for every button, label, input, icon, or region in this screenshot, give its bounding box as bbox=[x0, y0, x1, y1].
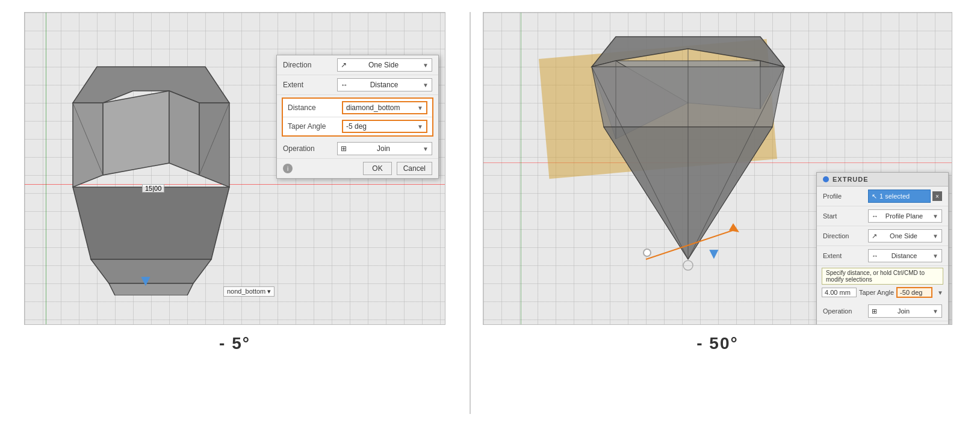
cursor-icon: ↖ bbox=[872, 193, 877, 200]
distance-text: diamond_bottom bbox=[346, 103, 400, 112]
gem-shape-left bbox=[49, 55, 253, 295]
orange-group: Distance diamond_bottom ▼ Taper Angle -5… bbox=[277, 95, 438, 139]
cancel-button-right[interactable]: Cancel bbox=[907, 324, 942, 325]
operation-row: Operation ⊞ Join ▼ bbox=[277, 139, 438, 159]
start-row-right: Start ↔ Profile Plane ▼ bbox=[817, 206, 948, 226]
direction-row: Direction ↗ One Side ▼ bbox=[277, 55, 438, 75]
operation-label-right: Operation bbox=[823, 307, 868, 315]
taper-chevron: ▼ bbox=[417, 123, 423, 130]
circle-marker bbox=[643, 248, 651, 257]
extent-row-right: Extent ↔ Distance ▼ bbox=[817, 246, 948, 266]
svg-marker-1 bbox=[73, 103, 103, 187]
taper-value[interactable]: -5 deg ▼ bbox=[342, 120, 427, 133]
operation-value-right[interactable]: ⊞ Join ▼ bbox=[868, 304, 942, 318]
operation-row-right: Operation ⊞ Join ▼ bbox=[817, 301, 948, 321]
extent-label-right: Extent bbox=[823, 252, 868, 259]
right-label: - 50° bbox=[696, 334, 738, 353]
direction-value[interactable]: ↗ One Side ▼ bbox=[337, 58, 432, 72]
extrude-header: EXTRUDE bbox=[817, 173, 948, 187]
buttons-row: i OK Cancel bbox=[277, 159, 438, 178]
operation-chevron-right: ▼ bbox=[932, 308, 938, 315]
direction-icon: ↗ bbox=[341, 61, 347, 69]
down-arrow-right: ▼ bbox=[706, 244, 722, 263]
svg-marker-2 bbox=[103, 91, 169, 175]
direction-chevron-right: ▼ bbox=[932, 233, 938, 239]
operation-text-right: Join bbox=[898, 307, 910, 315]
extent-icon: ↔ bbox=[341, 81, 348, 89]
distance-value[interactable]: diamond_bottom ▼ bbox=[342, 101, 427, 114]
direction-row-right: Direction ↗ One Side ▼ bbox=[817, 226, 948, 246]
svg-marker-5 bbox=[73, 187, 229, 259]
operation-chevron: ▼ bbox=[423, 146, 429, 152]
right-viewport: ▼ EXTRUDE Profile ↖ 1 selected × Start bbox=[483, 12, 952, 325]
info-icon: i bbox=[283, 164, 293, 173]
tooltip-section: Specify distance, or hold Ctrl/CMD to mo… bbox=[817, 266, 948, 301]
start-label: Start bbox=[823, 212, 868, 220]
down-arrow-left: ▼ bbox=[138, 271, 154, 290]
measurement-left: 15|00 bbox=[142, 184, 164, 193]
dialog-left: Direction ↗ One Side ▼ Extent ↔ Distance… bbox=[276, 55, 439, 179]
direction-value-right[interactable]: ↗ One Side ▼ bbox=[868, 229, 942, 242]
direction-chevron: ▼ bbox=[423, 62, 429, 69]
extent-icon-right: ↔ bbox=[872, 252, 878, 259]
svg-line-27 bbox=[646, 229, 736, 259]
operation-label: Operation bbox=[283, 144, 337, 153]
extent-text-right: Distance bbox=[892, 252, 917, 259]
orange-arrow bbox=[640, 217, 748, 265]
profile-text: 1 selected bbox=[879, 193, 910, 200]
direction-text: One Side bbox=[368, 61, 399, 69]
distance-input-right[interactable]: 4.00 mm bbox=[822, 288, 857, 297]
operation-icon: ⊞ bbox=[341, 144, 347, 153]
distance-row: Distance diamond_bottom ▼ bbox=[283, 99, 432, 117]
operation-value[interactable]: ⊞ Join ▼ bbox=[337, 142, 432, 155]
buttons-row-right: i OK Cancel bbox=[817, 321, 948, 325]
extent-row: Extent ↔ Distance ▼ bbox=[277, 75, 438, 95]
distance-taper-row: 4.00 mm Taper Angle -50 deg ▼ bbox=[822, 287, 943, 298]
operation-icon-right: ⊞ bbox=[872, 307, 877, 315]
left-viewport: ▼ 15|00 nond_bottom ▾ Direction ↗ One Si… bbox=[24, 12, 445, 325]
operation-text: Join bbox=[377, 144, 390, 153]
taper-label-right: Taper Angle bbox=[859, 289, 894, 296]
ok-button-right[interactable]: OK bbox=[874, 324, 902, 325]
direction-label: Direction bbox=[283, 61, 337, 69]
start-icon: ↔ bbox=[872, 212, 878, 220]
cancel-button[interactable]: Cancel bbox=[397, 162, 432, 175]
taper-row: Taper Angle -5 deg ▼ bbox=[283, 117, 432, 135]
extent-value[interactable]: ↔ Distance ▼ bbox=[337, 78, 432, 91]
y-axis-right bbox=[521, 13, 521, 324]
profile-label: Profile bbox=[823, 193, 868, 200]
svg-marker-4 bbox=[199, 103, 229, 187]
taper-chevron-right: ▼ bbox=[937, 289, 943, 296]
direction-text-right: One Side bbox=[890, 232, 917, 239]
tag-label-left: nond_bottom ▾ bbox=[223, 286, 274, 297]
extrude-dot bbox=[823, 176, 829, 182]
svg-marker-3 bbox=[169, 91, 199, 175]
taper-text: -5 deg bbox=[346, 122, 367, 131]
extrude-title: EXTRUDE bbox=[833, 176, 869, 183]
profile-value[interactable]: ↖ 1 selected bbox=[868, 190, 931, 203]
direction-icon-right: ↗ bbox=[872, 232, 877, 240]
profile-clear-button[interactable]: × bbox=[932, 191, 942, 201]
extent-chevron-right: ▼ bbox=[932, 253, 938, 259]
extent-label: Extent bbox=[283, 81, 337, 89]
extent-text: Distance bbox=[370, 81, 399, 89]
start-text: Profile Plane bbox=[885, 212, 923, 220]
start-value[interactable]: ↔ Profile Plane ▼ bbox=[868, 209, 942, 223]
distance-chevron: ▼ bbox=[417, 105, 423, 111]
taper-input-right[interactable]: -50 deg bbox=[896, 287, 932, 298]
extent-chevron: ▼ bbox=[423, 82, 429, 88]
left-label: - 5° bbox=[219, 334, 250, 353]
y-axis-line bbox=[46, 13, 46, 324]
taper-label: Taper Angle bbox=[288, 122, 342, 131]
extent-value-right[interactable]: ↔ Distance ▼ bbox=[868, 249, 942, 262]
left-panel: ▼ 15|00 nond_bottom ▾ Direction ↗ One Si… bbox=[0, 0, 470, 426]
tooltip-box: Specify distance, or hold Ctrl/CMD to mo… bbox=[822, 268, 943, 285]
dialog-right: EXTRUDE Profile ↖ 1 selected × Start ↔ P… bbox=[816, 172, 949, 325]
ok-button[interactable]: OK bbox=[363, 162, 391, 175]
direction-label-right: Direction bbox=[823, 232, 868, 239]
right-panel: ▼ EXTRUDE Profile ↖ 1 selected × Start bbox=[471, 0, 964, 426]
distance-label: Distance bbox=[288, 103, 342, 112]
orange-border: Distance diamond_bottom ▼ Taper Angle -5… bbox=[282, 97, 433, 137]
start-chevron: ▼ bbox=[932, 213, 938, 220]
profile-row-right: Profile ↖ 1 selected × bbox=[817, 187, 948, 206]
